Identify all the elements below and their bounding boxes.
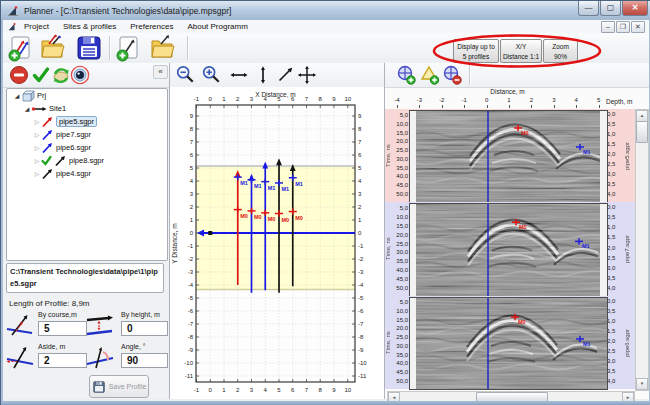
tick-label: 0	[358, 230, 362, 236]
radargram-toolbar	[385, 63, 649, 88]
expander-icon[interactable]: ▷	[33, 170, 41, 177]
angle-input[interactable]	[121, 353, 168, 368]
distance-tick-mark	[487, 105, 488, 108]
refresh-icon[interactable]	[51, 65, 71, 85]
tick-label: M1	[582, 243, 590, 249]
scrollbar-thumb[interactable]	[636, 121, 648, 143]
vertical-scrollbar[interactable]: ▴ ▾	[635, 109, 649, 391]
expander-icon[interactable]: ▷	[33, 144, 41, 151]
time-tick-label: 20,0	[396, 138, 408, 144]
xy-distance-button[interactable]: X/YDistance 1:1	[500, 39, 542, 63]
profile-path-box[interactable]: C:\Transient Technologies\data\pipe\1\pi…	[6, 263, 164, 293]
distance-tick-label: 2	[523, 97, 539, 103]
tick-label: 10	[344, 96, 351, 102]
tick-label: M0	[268, 216, 276, 222]
eye-view-icon[interactable]	[70, 65, 90, 85]
depth-tick-label: 0,5	[607, 308, 615, 314]
expander-icon[interactable]: ◢	[13, 92, 21, 99]
stretch-horizontal-icon[interactable]	[228, 65, 250, 85]
profile-arrow-icon	[41, 116, 54, 128]
stretch-vertical-icon[interactable]	[252, 65, 274, 85]
zoom-out-icon[interactable]	[174, 65, 196, 85]
title-bar[interactable]: Planner - [C:\Transient Technologies\dat…	[1, 1, 650, 20]
time-tick-label: 5,0	[400, 299, 408, 305]
menu-project[interactable]: Project	[17, 22, 56, 31]
add-triangle-icon[interactable]	[420, 65, 440, 85]
by-height-input[interactable]	[121, 321, 168, 336]
pan-icon[interactable]	[296, 65, 318, 85]
display-profiles-button[interactable]: Display up to5 profiles	[453, 39, 499, 63]
distance-tick-label: 3	[546, 97, 562, 103]
expander-icon[interactable]: ◢	[23, 105, 31, 112]
mdi-close-button[interactable]: ✕	[631, 21, 645, 33]
tick-label: 1	[222, 387, 226, 393]
mdi-restore-button[interactable]: ❐	[616, 21, 630, 33]
depth-tick-label: 3,0	[607, 358, 615, 364]
by-course-input[interactable]	[38, 321, 87, 336]
tree-node-profile[interactable]: ▷ pipe5.sgpr	[7, 115, 167, 128]
tree-node-profile[interactable]: ▷ pipe6.sgpr	[7, 141, 167, 154]
project-box-icon	[21, 89, 35, 102]
tree-node-profile[interactable]: ▷ pipe4.sgpr	[7, 167, 167, 180]
collapse-panel-button[interactable]: «	[153, 65, 168, 79]
profile-arrow-icon	[41, 142, 54, 154]
time-tick-label: 25,0	[396, 241, 408, 247]
tick-label: 9	[358, 113, 362, 119]
radargram-row: Time, ns 5,010,015,020,025,030,035,040,0…	[385, 296, 649, 389]
depth-tick-label: 4,0	[607, 285, 615, 291]
expander-icon[interactable]: ▷	[33, 118, 41, 125]
menu-sites-profiles[interactable]: Sites & profiles	[56, 22, 123, 31]
tick-label: 1	[190, 217, 194, 223]
tick-label: 2	[236, 96, 240, 102]
remove-icon[interactable]	[9, 65, 29, 85]
depth-tick-label: 0,0	[607, 204, 615, 210]
mdi-minimize-button[interactable]: –	[601, 21, 615, 33]
apply-check-icon[interactable]	[31, 65, 51, 85]
expander-icon[interactable]: ▷	[33, 131, 41, 138]
menu-bar: Project Sites & profiles Preferences Abo…	[3, 20, 649, 34]
close-button[interactable]: ✕	[622, 1, 648, 16]
tick-label: 2	[358, 204, 362, 210]
remove-marker-icon[interactable]	[442, 65, 462, 85]
save-profile-button[interactable]: Save Profile	[89, 375, 149, 398]
scroll-down-arrow[interactable]: ▾	[636, 378, 648, 390]
tree-node-profile[interactable]: ▷ pipe8.sgpr	[7, 154, 167, 167]
open-project-icon[interactable]	[39, 34, 67, 62]
menu-about[interactable]: About Programm	[180, 22, 254, 31]
open-profile-icon[interactable]	[149, 34, 177, 62]
depth-tick-label: 4,0	[607, 378, 615, 384]
tick-label: -6	[358, 308, 364, 314]
time-ticks: 5,010,015,020,025,030,035,040,045,050,0	[391, 202, 408, 296]
add-marker-icon[interactable]	[396, 65, 416, 85]
time-tick-label: 35,0	[396, 165, 408, 171]
aside-input[interactable]	[38, 353, 87, 368]
time-tick-label: 30,0	[396, 156, 408, 162]
tree-node-project[interactable]: ◢ Prj	[7, 89, 167, 102]
maximize-button[interactable]: ▢	[600, 1, 621, 16]
stretch-diagonal-icon[interactable]	[274, 65, 296, 85]
new-profile-icon[interactable]	[115, 34, 143, 62]
radargram-image[interactable]: M0M1	[409, 297, 608, 390]
depth-tick-label: 1,5	[607, 328, 615, 334]
tree-node-site[interactable]: ◢ Site1	[7, 102, 167, 115]
new-project-icon[interactable]	[7, 34, 35, 62]
radargram-image[interactable]: M0M1	[409, 203, 608, 297]
expander-icon[interactable]: ▷	[33, 157, 41, 164]
depth-tick-label: 2,5	[607, 348, 615, 354]
minimize-button[interactable]: —	[578, 1, 599, 16]
tick-label: -6	[188, 308, 194, 314]
zoom-level-button[interactable]: Zoom90%	[543, 39, 578, 63]
save-project-icon[interactable]	[75, 34, 103, 62]
plan-view-chart[interactable]: -1-1001122334455667788991010998877665544…	[170, 87, 384, 399]
depth-tick-label: 0,0	[607, 111, 615, 117]
time-tick-label: 50,0	[396, 191, 408, 197]
tree-node-profile[interactable]: ▷ pipe7.sgpr	[7, 128, 167, 141]
toolbar-separator	[187, 36, 188, 60]
menu-preferences[interactable]: Preferences	[123, 22, 180, 31]
tick-label: -8	[358, 334, 364, 340]
tick-label: M0	[521, 130, 529, 136]
radargram-image[interactable]: M0M1	[409, 110, 608, 203]
distance-tick-mark	[509, 105, 510, 108]
zoom-in-icon[interactable]	[200, 65, 222, 85]
tick-label: 7	[190, 139, 194, 145]
